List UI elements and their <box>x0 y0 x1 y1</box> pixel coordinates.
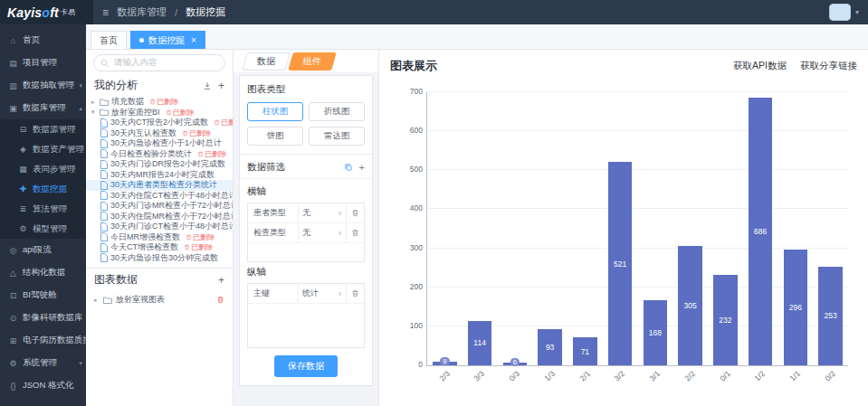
breadcrumb-parent[interactable]: 数据库管理 <box>117 5 167 19</box>
aggregation-select[interactable]: 无∨ <box>298 223 346 242</box>
tab-data[interactable]: 数据 <box>242 52 291 71</box>
tree-item[interactable]: 30天内住院CT检查小于48小时总计 <box>86 191 233 202</box>
sidebar-item-extract[interactable]: ▥数据抽取管理▾ <box>0 74 86 97</box>
bar[interactable]: 253 <box>818 267 842 365</box>
bar[interactable]: 9 <box>433 362 456 365</box>
breadcrumb-bar: ≡ 数据库管理 / 数据挖掘 ▾ <box>93 0 868 24</box>
tree-item-label: 30天内门诊DR报告2小时完成数 <box>110 159 225 170</box>
aggregation-select[interactable]: 无∨ <box>298 203 346 222</box>
tree-item[interactable]: 30天内门诊DR报告2小时完成数 <box>86 159 233 170</box>
chart-type-radar-button[interactable]: 雷达图 <box>309 127 365 146</box>
bar-slot: 60/3 <box>498 92 533 365</box>
tree-item[interactable]: ▸填充数据已删除 <box>86 97 233 108</box>
chart-type-line-button[interactable]: 折线图 <box>309 102 365 121</box>
bar[interactable]: 93 <box>538 329 561 365</box>
delete-field-button[interactable] <box>346 223 364 242</box>
bar[interactable]: 114 <box>468 321 491 365</box>
get-share-link[interactable]: 获取分享链接 <box>800 60 857 72</box>
sidebar-item-label: JSON 格式化 <box>23 380 73 392</box>
sidebar-item-system[interactable]: ⚙系统管理▾ <box>0 352 86 374</box>
copy-icon[interactable] <box>344 163 353 172</box>
sidebar-item-api[interactable]: ◎api限流 <box>0 239 86 261</box>
tree-item[interactable]: 30天内急诊报告30分钟完成数 <box>86 253 233 264</box>
tree-item[interactable]: 30天内急诊检查小于1小时总计 <box>86 138 233 149</box>
close-tab-icon[interactable]: × <box>191 36 196 45</box>
caret-icon[interactable]: ▸ <box>91 99 97 106</box>
search-input[interactable]: 请输入内容 <box>93 54 225 71</box>
delete-field-button[interactable] <box>346 284 364 303</box>
folder-icon <box>100 109 109 116</box>
x-tick-label: 1/1 <box>788 369 802 382</box>
sidebar-item-label: 系统管理 <box>23 357 57 369</box>
bar[interactable]: 686 <box>749 98 772 365</box>
bar[interactable]: 168 <box>644 300 667 365</box>
tab-data-mining[interactable]: 数据挖掘 × <box>130 31 205 49</box>
bar[interactable]: 296 <box>784 250 807 365</box>
tree-item[interactable]: 30天内CT报告2小时完成数已删除 <box>86 118 233 128</box>
delete-field-button[interactable] <box>346 203 364 222</box>
collapse-menu-icon[interactable]: ≡ <box>102 6 109 19</box>
tab-home[interactable]: 首页 <box>91 31 127 49</box>
sidebar-item-json[interactable]: {}JSON 格式化 <box>0 374 86 397</box>
x-tick-label: 2/3 <box>437 369 451 382</box>
config-tabs: 数据 组件 <box>234 50 378 72</box>
sidebar-item-emr[interactable]: ⊞电子病历数据质控 <box>0 329 86 352</box>
file-icon <box>100 149 108 158</box>
file-icon <box>100 202 108 211</box>
tree-item[interactable]: 30天内互认检查数已删除 <box>86 128 233 139</box>
add-analysis-icon[interactable]: + <box>218 81 224 90</box>
deleted-tag: 已删除 <box>166 108 195 118</box>
get-api-data-link[interactable]: 获取API数据 <box>733 60 787 72</box>
delete-chart-data-icon[interactable] <box>216 296 224 304</box>
tree-item[interactable]: ▾放射室质控BI已删除 <box>86 108 233 118</box>
sidebar-item-structured[interactable]: △结构化数据 <box>0 261 86 284</box>
user-menu[interactable]: ▾ <box>829 4 859 21</box>
sidebar-item-imaging[interactable]: ⊙影像科研数据库 <box>0 307 86 329</box>
bar-value-label: 686 <box>754 227 767 236</box>
sidebar-item-table-sync[interactable]: ▦表同步管理 <box>0 159 86 179</box>
bar-value-label: 168 <box>649 328 662 337</box>
extract-icon: ▥ <box>8 81 18 90</box>
tree-item[interactable]: 30天内门诊MR检查小于72小时总计 <box>86 201 233 212</box>
bar[interactable]: 71 <box>573 337 596 365</box>
x-axis-section-label: 横轴 <box>247 185 365 198</box>
tree-item[interactable]: 30天内住院MR检查小于72小时总计 <box>86 212 233 222</box>
config-panel: 数据 组件 图表类型 柱状图折线图饼图雷达图 数据筛选 + <box>234 50 379 406</box>
tree-item[interactable]: 30天内门诊CT检查小于48小时总计 <box>86 222 233 232</box>
caret-icon[interactable]: ▾ <box>91 109 97 116</box>
tab-component[interactable]: 组件 <box>288 52 337 71</box>
sidebar-item-project[interactable]: ▤项目管理 <box>0 52 86 74</box>
bar[interactable]: 521 <box>608 162 632 365</box>
tree-item[interactable]: 今日检查检验分类统计已删除 <box>86 149 233 160</box>
add-filter-icon[interactable]: + <box>359 164 365 172</box>
chart-type-bar-button[interactable]: 柱状图 <box>247 102 303 121</box>
filter-row: 患者类型无∨ <box>248 203 364 223</box>
chart-type-pie-button[interactable]: 饼图 <box>247 127 303 146</box>
project-icon: ▤ <box>8 59 18 68</box>
chart-panel-title: 图表展示 <box>390 58 437 74</box>
aggregation-select[interactable]: 统计∨ <box>298 284 346 303</box>
sidebar-item-mining[interactable]: ✚数据挖掘 <box>0 179 86 199</box>
bar[interactable]: 305 <box>678 246 701 365</box>
add-chart-data-icon[interactable]: + <box>218 276 224 285</box>
sidebar-item-bi[interactable]: ⊡BI驾驶舱 <box>0 284 86 307</box>
chart-data-tree-item[interactable]: ▸ 放射室视图表 <box>94 294 224 306</box>
sidebar-item-asset[interactable]: ◈数据资产管理 <box>0 139 86 159</box>
sidebar-item-algorithm[interactable]: ≣算法管理 <box>0 199 86 219</box>
save-data-button[interactable]: 保存数据 <box>274 355 338 377</box>
field-name: 检查类型 <box>248 223 298 242</box>
sidebar-item-datasource[interactable]: ⊟数据源管理 <box>0 119 86 139</box>
caret-icon[interactable]: ▸ <box>94 297 100 304</box>
import-icon[interactable] <box>203 81 212 90</box>
tree-item[interactable]: 30天内患者类型检查分类统计 <box>86 180 233 191</box>
tree-item[interactable]: 30天内MR报告24小时完成数 <box>86 170 233 181</box>
bar[interactable]: 6 <box>503 363 527 365</box>
tree-item[interactable]: 今天CT增强检查数已删除 <box>86 242 233 253</box>
sidebar-item-database[interactable]: ▣数据库管理▴ <box>0 97 86 119</box>
user-avatar[interactable] <box>829 4 851 21</box>
sidebar-item-model[interactable]: ⚙模型管理 <box>0 219 86 239</box>
asset-icon: ◈ <box>18 145 28 154</box>
tree-item[interactable]: 今日MR增强检查数已删除 <box>86 232 233 243</box>
sidebar-item-home[interactable]: ⌂首页 <box>0 29 86 52</box>
bar[interactable]: 232 <box>713 275 737 365</box>
